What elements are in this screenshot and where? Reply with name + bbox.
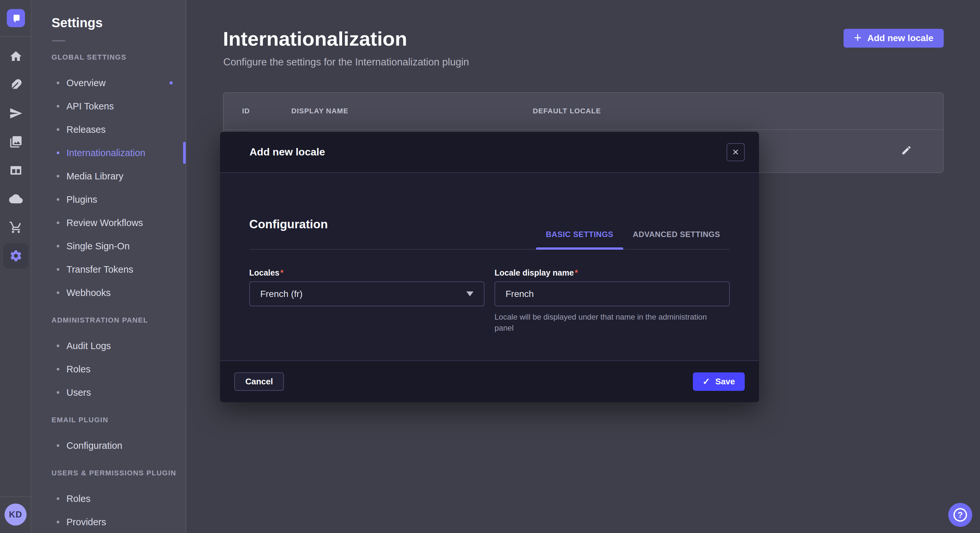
sidebar-item-api-tokens[interactable]: API Tokens: [32, 95, 186, 118]
bullet-icon: [57, 497, 59, 500]
bullet-icon: [57, 268, 59, 271]
bullet-icon: [57, 82, 59, 84]
sidebar-item-media-library[interactable]: Media Library: [32, 165, 186, 188]
bullet-icon: [57, 292, 59, 294]
close-button[interactable]: ✕: [727, 143, 745, 161]
section-label: ADMINISTRATION PANEL: [51, 316, 186, 325]
sidebar-item-providers[interactable]: Providers: [32, 510, 186, 533]
bullet-icon: [57, 175, 59, 178]
sidebar-item-releases[interactable]: Releases: [32, 118, 186, 141]
close-icon: ✕: [732, 148, 739, 156]
subnav-section-global: GLOBAL SETTINGS Overview API Tokens Rele…: [32, 52, 186, 305]
locales-label: Locales*: [249, 267, 485, 278]
rail-divider-top: [0, 36, 32, 37]
cancel-button[interactable]: Cancel: [234, 373, 284, 391]
cloud-icon[interactable]: [0, 185, 32, 213]
settings-tabs: BASIC SETTINGS ADVANCED SETTINGS: [536, 230, 730, 249]
pencil-icon: [901, 145, 912, 156]
sidebar-item-audit-logs[interactable]: Audit Logs: [32, 334, 186, 357]
settings-gear-icon[interactable]: [0, 241, 32, 270]
edit-locale-button[interactable]: [898, 142, 915, 159]
media-library-icon[interactable]: [0, 128, 32, 156]
section-label: GLOBAL SETTINGS: [51, 52, 186, 62]
section-label: USERS & PERMISSIONS PLUGIN: [51, 468, 186, 478]
sidebar-item-webhooks[interactable]: Webhooks: [32, 281, 186, 305]
bullet-icon: [57, 444, 59, 447]
locale-form: Locales* French (fr) Locale display name…: [249, 267, 730, 333]
subnav-title: Settings: [51, 15, 186, 30]
home-icon[interactable]: [0, 42, 32, 71]
rail-icon-list: [0, 42, 32, 270]
settings-subnav: Settings GLOBAL SETTINGS Overview API To…: [32, 0, 186, 533]
sidebar-item-users[interactable]: Users: [32, 381, 186, 404]
bullet-icon: [57, 128, 59, 131]
deploy-send-icon[interactable]: [0, 99, 32, 128]
rail-divider-bottom: [0, 497, 32, 497]
sidebar-item-up-roles[interactable]: Roles: [32, 487, 186, 510]
add-new-locale-button[interactable]: + Add new locale: [843, 29, 944, 48]
modal-footer: Cancel ✓ Save: [220, 360, 759, 402]
display-name-field: Locale display name* French Locale will …: [495, 267, 730, 333]
locales-select[interactable]: French (fr): [249, 281, 485, 306]
configuration-title: Configuration: [249, 217, 328, 239]
sidebar-item-email-configuration[interactable]: Configuration: [32, 434, 186, 457]
help-button[interactable]: ?: [948, 503, 972, 527]
marketplace-cart-icon[interactable]: [0, 213, 32, 241]
bullet-icon: [57, 222, 59, 224]
content-feather-icon[interactable]: [0, 71, 32, 99]
active-item-indicator: [183, 142, 186, 164]
sidebar-item-single-sign-on[interactable]: Single Sign-On: [32, 235, 186, 258]
app-root: KD Settings GLOBAL SETTINGS Overview API…: [0, 0, 980, 533]
tab-advanced-settings[interactable]: ADVANCED SETTINGS: [623, 230, 730, 249]
subnav-section-email-plugin: EMAIL PLUGIN Configuration: [32, 415, 186, 457]
bullet-icon: [57, 391, 59, 394]
main-nav-rail: KD: [0, 0, 32, 533]
column-header-id: ID: [242, 107, 291, 115]
subnav-section-users-permissions: USERS & PERMISSIONS PLUGIN Roles Provide…: [32, 468, 186, 533]
subnav-title-underline: [52, 40, 65, 41]
sidebar-item-plugins[interactable]: Plugins: [32, 188, 186, 211]
check-icon: ✓: [703, 377, 710, 386]
modal-header: Add new locale ✕: [220, 132, 759, 173]
sidebar-item-review-workflows[interactable]: Review Workflows: [32, 211, 186, 235]
sidebar-item-admin-roles[interactable]: Roles: [32, 357, 186, 381]
question-mark-icon: ?: [953, 508, 967, 522]
plus-icon: +: [854, 31, 861, 44]
required-asterisk: *: [575, 268, 578, 277]
bullet-icon: [57, 198, 59, 201]
bullet-icon: [57, 105, 59, 108]
bullet-icon: [57, 152, 59, 154]
settings-active-highlight: [3, 243, 29, 268]
add-new-locale-label: Add new locale: [867, 33, 933, 43]
tab-basic-settings[interactable]: BASIC SETTINGS: [536, 230, 623, 249]
sidebar-item-transfer-tokens[interactable]: Transfer Tokens: [32, 258, 186, 281]
display-name-input[interactable]: French: [495, 281, 730, 306]
column-header-display-name: DISPLAY NAME: [291, 107, 533, 115]
required-asterisk: *: [280, 268, 283, 277]
sidebar-item-internationalization[interactable]: Internationalization: [32, 141, 186, 165]
strapi-logo-icon: [10, 13, 21, 24]
bullet-icon: [57, 245, 59, 247]
sidebar-item-overview[interactable]: Overview: [32, 71, 186, 95]
subnav-section-admin-panel: ADMINISTRATION PANEL Audit Logs Roles Us…: [32, 316, 186, 404]
save-button-label: Save: [715, 377, 735, 387]
locales-select-value: French (fr): [260, 289, 303, 299]
configuration-header-row: Configuration BASIC SETTINGS ADVANCED SE…: [249, 173, 730, 250]
modal-title: Add new locale: [250, 146, 325, 158]
bullet-icon: [57, 344, 59, 347]
column-header-default-locale: DEFAULT LOCALE: [533, 107, 904, 115]
save-button[interactable]: ✓ Save: [693, 373, 745, 391]
modal-body: Configuration BASIC SETTINGS ADVANCED SE…: [220, 173, 759, 333]
display-name-label: Locale display name*: [495, 267, 730, 278]
locales-field: Locales* French (fr): [249, 267, 485, 333]
display-name-input-value: French: [506, 289, 534, 299]
display-name-hint: Locale will be displayed under that name…: [495, 311, 725, 333]
avatar[interactable]: KD: [5, 503, 27, 525]
page-subtitle: Configure the settings for the Internati…: [223, 56, 980, 69]
layout-panel-icon[interactable]: [0, 156, 32, 185]
section-label: EMAIL PLUGIN: [51, 415, 186, 425]
strapi-logo[interactable]: [7, 9, 25, 27]
bullet-icon: [57, 368, 59, 370]
table-header-row: ID DISPLAY NAME DEFAULT LOCALE: [224, 93, 943, 130]
chevron-down-icon: [466, 292, 474, 296]
